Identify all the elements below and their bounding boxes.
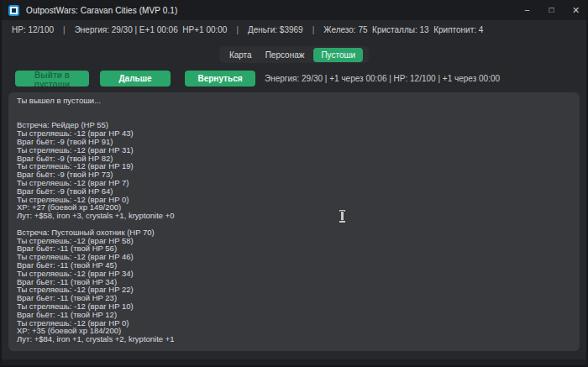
- close-icon[interactable]: ✕: [564, 0, 588, 20]
- statusbar-separator: |: [312, 25, 315, 34]
- window-controls: – □ ✕: [515, 0, 588, 20]
- app-icon: [8, 5, 19, 16]
- tabs-container: Карта Персонаж Пустоши: [219, 46, 369, 63]
- regen-timer-status: Энергия: 29/30 | +1 через 00:06 | HP: 12…: [265, 74, 500, 83]
- tabs-row: Карта Персонаж Пустоши: [0, 46, 588, 63]
- energy-status: Энергия: 29/30 | E+1 00:06 HP+1 00:00: [75, 25, 228, 34]
- actions-row: Выйти в пустоши Дальше Вернуться Энергия…: [15, 71, 588, 87]
- wasteland-log-panel[interactable]: Ты вышел в пустоши... Встреча: Рейдер (H…: [8, 92, 580, 351]
- titlebar[interactable]: OutpostWars: Caravan Cities (MVP 0.1) – …: [0, 0, 588, 20]
- statusbar-separator: |: [236, 25, 239, 34]
- next-button[interactable]: Дальше: [100, 71, 171, 87]
- money-status: Деньги: $3969: [248, 25, 303, 34]
- window-border-left: [0, 0, 2, 367]
- wasteland-log-text: Ты вышел в пустоши... Встреча: Рейдер (H…: [17, 97, 571, 343]
- tab-wasteland[interactable]: Пустоши: [313, 48, 363, 62]
- text-cursor-icon: [339, 210, 346, 223]
- tab-character[interactable]: Персонаж: [261, 49, 309, 61]
- tab-map[interactable]: Карта: [225, 49, 256, 61]
- return-button[interactable]: Вернуться: [185, 71, 255, 87]
- maximize-icon[interactable]: □: [539, 0, 564, 20]
- window-bottom-edge: [0, 359, 588, 367]
- statusbar-separator: |: [63, 25, 66, 34]
- minimize-icon[interactable]: –: [515, 0, 539, 20]
- hp-status: HP: 12/100: [12, 25, 54, 34]
- resource-statusbar: HP: 12/100 | Энергия: 29/30 | E+1 00:06 …: [0, 24, 588, 35]
- exit-wasteland-button[interactable]: Выйти в пустоши: [15, 71, 89, 87]
- window-title: OutpostWars: Caravan Cities (MVP 0.1): [26, 6, 177, 15]
- resources-status: Железо: 75 Кристаллы: 13 Криптонит: 4: [323, 25, 483, 34]
